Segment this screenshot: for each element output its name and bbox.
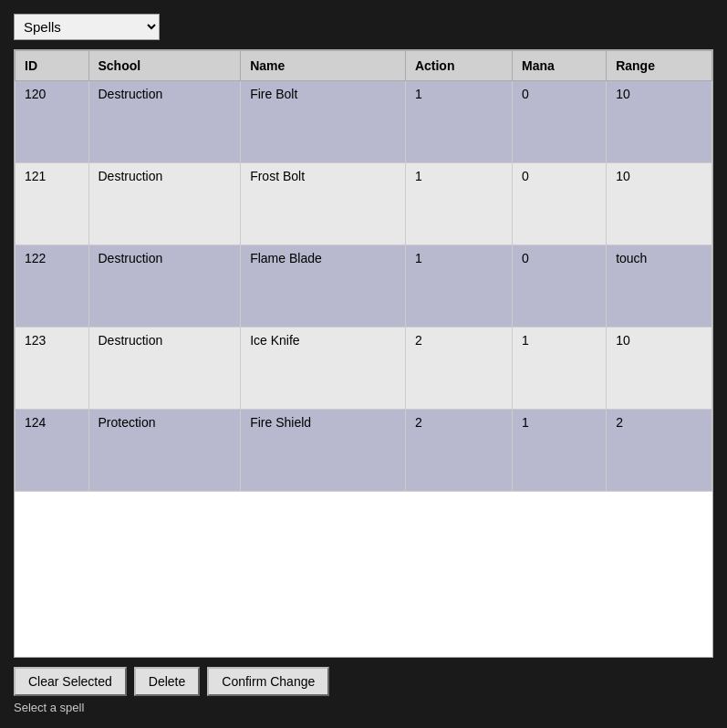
- cell-action: 1: [405, 81, 512, 163]
- cell-action: 2: [405, 410, 512, 492]
- clear-selected-button[interactable]: Clear Selected: [14, 667, 127, 696]
- cell-range: 2: [607, 410, 712, 492]
- cell-school: Destruction: [88, 328, 241, 410]
- col-header-school: School: [88, 51, 241, 81]
- cell-name: Ice Knife: [241, 328, 406, 410]
- table-row[interactable]: 121DestructionFrost Bolt1010: [16, 163, 712, 245]
- cell-name: Flame Blade: [241, 245, 406, 328]
- col-header-range: Range: [607, 51, 712, 81]
- cell-school: Destruction: [88, 245, 241, 328]
- col-header-action: Action: [405, 51, 512, 81]
- cell-range: 10: [607, 163, 712, 245]
- button-row: Clear Selected Delete Confirm Change: [14, 667, 713, 696]
- spells-table: ID School Name Action Mana Range 120Dest…: [15, 50, 712, 492]
- col-header-id: ID: [16, 51, 89, 81]
- cell-id: 123: [16, 328, 89, 410]
- cell-id: 121: [16, 163, 89, 245]
- col-header-name: Name: [241, 51, 406, 81]
- cell-range: 10: [607, 81, 712, 163]
- cell-action: 1: [405, 245, 512, 328]
- cell-mana: 0: [513, 81, 607, 163]
- col-header-mana: Mana: [513, 51, 607, 81]
- category-dropdown-row: Spells Weapons Armor Items: [14, 14, 713, 40]
- cell-range: 10: [607, 328, 712, 410]
- spells-table-wrapper: ID School Name Action Mana Range 120Dest…: [14, 49, 713, 658]
- cell-name: Fire Bolt: [241, 81, 406, 163]
- cell-school: Destruction: [88, 163, 241, 245]
- status-text: Select a spell: [14, 701, 713, 714]
- table-row[interactable]: 120DestructionFire Bolt1010: [16, 81, 712, 163]
- table-row[interactable]: 124ProtectionFire Shield212: [16, 410, 712, 492]
- cell-range: touch: [607, 245, 712, 328]
- cell-mana: 0: [513, 245, 607, 328]
- cell-name: Frost Bolt: [241, 163, 406, 245]
- delete-button[interactable]: Delete: [134, 667, 200, 696]
- table-row[interactable]: 122DestructionFlame Blade10touch: [16, 245, 712, 328]
- cell-id: 120: [16, 81, 89, 163]
- footer-area: Clear Selected Delete Confirm Change Sel…: [14, 667, 713, 714]
- category-select[interactable]: Spells Weapons Armor Items: [14, 14, 160, 40]
- cell-action: 2: [405, 328, 512, 410]
- cell-school: Destruction: [88, 81, 241, 163]
- cell-mana: 1: [513, 410, 607, 492]
- cell-id: 124: [16, 410, 89, 492]
- cell-mana: 0: [513, 163, 607, 245]
- cell-id: 122: [16, 245, 89, 328]
- table-row[interactable]: 123DestructionIce Knife2110: [16, 328, 712, 410]
- cell-action: 1: [405, 163, 512, 245]
- confirm-change-button[interactable]: Confirm Change: [207, 667, 329, 696]
- cell-name: Fire Shield: [241, 410, 406, 492]
- cell-mana: 1: [513, 328, 607, 410]
- cell-school: Protection: [88, 410, 241, 492]
